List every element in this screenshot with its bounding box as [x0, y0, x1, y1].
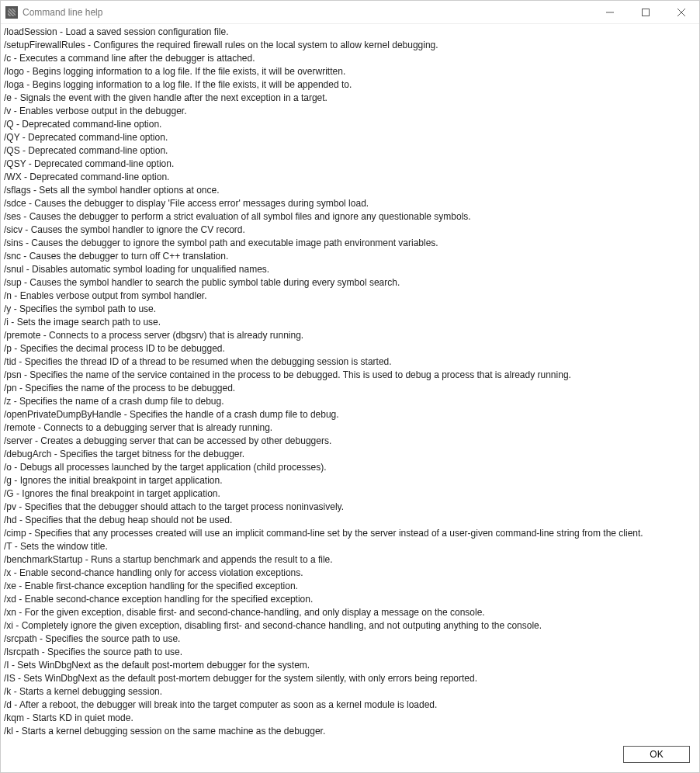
help-line: /WX - Deprecated command-line option. — [4, 171, 696, 184]
help-line: /sins - Causes the debugger to ignore th… — [4, 237, 696, 250]
help-line: /snc - Causes the debugger to turn off C… — [4, 250, 696, 263]
help-line: /p - Specifies the decimal process ID to… — [4, 342, 696, 355]
help-line: /openPrivateDumpByHandle - Specifies the… — [4, 408, 696, 421]
help-line: /lsrcpath - Specifies the source path to… — [4, 646, 696, 659]
window-controls — [592, 1, 699, 23]
help-line: /e - Signals the event with the given ha… — [4, 92, 696, 105]
help-line: /tid - Specifies the thread ID of a thre… — [4, 355, 696, 369]
help-line: /loga - Begins logging information to a … — [4, 78, 696, 92]
dialog-footer: OK — [1, 738, 699, 772]
help-line: /pv - Specifies that the debugger should… — [4, 501, 696, 514]
help-line: /Q - Deprecated command-line option. — [4, 118, 696, 131]
help-line: /remote - Connects to a debugging server… — [4, 421, 696, 435]
help-line: /xn - For the given exception, disable f… — [4, 606, 696, 619]
ok-button[interactable]: OK — [623, 746, 690, 763]
help-line: /y - Specifies the symbol path to use. — [4, 303, 696, 316]
help-line: /benchmarkStartup - Runs a startup bench… — [4, 553, 696, 567]
help-line: /n - Enables verbose output from symbol … — [4, 289, 696, 303]
help-line: /k - Starts a kernel debugging session. — [4, 685, 696, 698]
help-line: /IS - Sets WinDbgNext as the default pos… — [4, 672, 696, 685]
maximize-icon — [642, 9, 650, 16]
help-line: /psn - Specifies the name of the service… — [4, 369, 696, 382]
help-line: /sdce - Causes the debugger to display '… — [4, 197, 696, 210]
help-line: /kqm - Starts KD in quiet mode. — [4, 712, 696, 725]
help-line: /I - Sets WinDbgNext as the default post… — [4, 659, 696, 672]
help-line: /server - Creates a debugging server tha… — [4, 435, 696, 448]
help-line: /z - Specifies the name of a crash dump … — [4, 395, 696, 408]
svg-rect-1 — [643, 9, 650, 16]
help-line: /ses - Causes the debugger to perform a … — [4, 210, 696, 224]
help-line: /xe - Enable first-chance exception hand… — [4, 580, 696, 593]
help-line: /v - Enables verbose output in the debug… — [4, 105, 696, 118]
titlebar: Command line help — [1, 1, 699, 24]
app-icon — [5, 6, 18, 19]
help-line: /x - Enable second-chance handling only … — [4, 567, 696, 580]
help-line: /xd - Enable second-chance exception han… — [4, 593, 696, 606]
help-line: /i - Sets the image search path to use. — [4, 316, 696, 329]
close-button[interactable] — [664, 1, 699, 23]
help-line: /T - Sets the window title. — [4, 540, 696, 553]
help-line: /debugArch - Specifies the target bitnes… — [4, 448, 696, 461]
help-line: /d - After a reboot, the debugger will b… — [4, 698, 696, 712]
help-line: /srcpath - Specifies the source path to … — [4, 633, 696, 646]
minimize-button[interactable] — [592, 1, 628, 23]
maximize-button[interactable] — [628, 1, 664, 23]
help-line: /sup - Causes the symbol handler to sear… — [4, 276, 696, 289]
help-line: /hd - Specifies that the debug heap shou… — [4, 514, 696, 527]
help-line: /cimp - Specifies that any processes cre… — [4, 527, 696, 540]
help-line: /o - Debugs all processes launched by th… — [4, 461, 696, 474]
help-line: /xi - Completely ignore the given except… — [4, 619, 696, 633]
help-line: /pn - Specifies the name of the process … — [4, 382, 696, 395]
help-line: /g - Ignores the initial breakpoint in t… — [4, 474, 696, 487]
help-line: /loadSession - Load a saved session conf… — [4, 26, 696, 39]
help-line: /QS - Deprecated command-line option. — [4, 144, 696, 158]
help-line: /setupFirewallRules - Configures the req… — [4, 39, 696, 52]
help-line: /G - Ignores the final breakpoint in tar… — [4, 487, 696, 501]
help-line: /sicv - Causes the symbol handler to ign… — [4, 224, 696, 237]
minimize-icon — [606, 9, 614, 16]
help-line: /QSY - Deprecated command-line option. — [4, 158, 696, 171]
window-title: Command line help — [23, 7, 592, 18]
help-line: /logo - Begins logging information to a … — [4, 65, 696, 78]
help-line: /kl - Starts a kernel debugging session … — [4, 725, 696, 738]
help-text-area[interactable]: /loadSession - Load a saved session conf… — [1, 24, 699, 738]
help-line: /c - Executes a command line after the d… — [4, 52, 696, 65]
help-line: /premote - Connects to a process server … — [4, 329, 696, 342]
close-icon — [677, 9, 685, 16]
help-line: /QY - Deprecated command-line option. — [4, 131, 696, 144]
help-line: /sflags - Sets all the symbol handler op… — [4, 184, 696, 197]
help-line: /snul - Disables automatic symbol loadin… — [4, 263, 696, 276]
